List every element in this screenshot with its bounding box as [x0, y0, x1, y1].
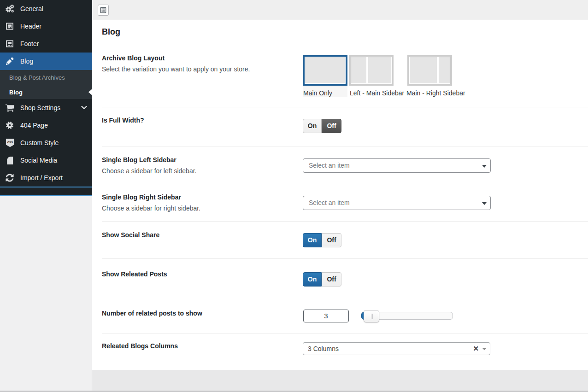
svg-text:css: css — [7, 140, 13, 144]
